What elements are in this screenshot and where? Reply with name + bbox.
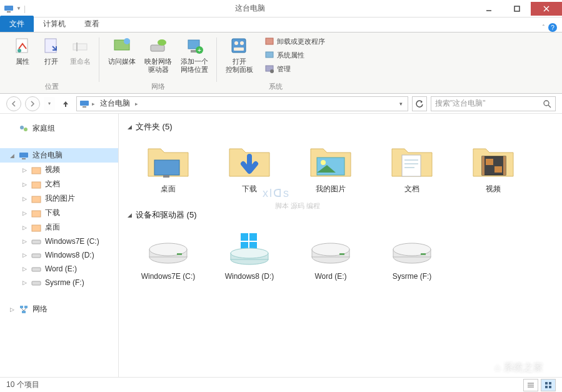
- svg-rect-1: [7, 11, 11, 13]
- svg-rect-43: [32, 281, 41, 285]
- svg-rect-58: [482, 156, 484, 175]
- tree-item-videos[interactable]: ▷视频: [0, 163, 118, 177]
- tree-thispc[interactable]: ◢ 这台电脑: [0, 148, 118, 163]
- svg-rect-40: [32, 240, 41, 244]
- folder-desktop[interactable]: 桌面: [134, 138, 203, 197]
- svg-rect-13: [151, 45, 164, 51]
- details-view-button[interactable]: [523, 379, 538, 391]
- properties-icon: [13, 36, 33, 56]
- caret-down-icon[interactable]: ▼: [14, 6, 24, 11]
- folder-pictures[interactable]: 我的图片: [296, 138, 365, 197]
- tree-network[interactable]: ▷ 网络: [0, 302, 118, 316]
- svg-point-20: [234, 41, 238, 45]
- svg-rect-86: [545, 386, 548, 388]
- breadcrumb[interactable]: 这台电脑: [98, 98, 133, 109]
- up-button[interactable]: [59, 97, 73, 111]
- svg-rect-45: [24, 306, 28, 308]
- svg-rect-42: [32, 268, 41, 271]
- tree-item-documents[interactable]: ▷文档: [0, 177, 118, 191]
- computer-icon: [4, 4, 14, 14]
- tree-item-pictures[interactable]: ▷我的图片: [0, 191, 118, 206]
- svg-rect-24: [266, 52, 273, 58]
- svg-rect-36: [32, 182, 41, 188]
- manage-button[interactable]: 管理: [262, 63, 328, 75]
- drive-c[interactable]: Windows7E (C:): [134, 226, 203, 283]
- rename-icon: [71, 36, 91, 56]
- drive-icon: [146, 228, 191, 268]
- close-button[interactable]: [531, 2, 562, 16]
- recent-dropdown[interactable]: ▾: [44, 97, 55, 111]
- address-dropdown-icon[interactable]: ▾: [397, 101, 405, 107]
- drive-f[interactable]: Sysrme (F:): [378, 226, 446, 283]
- tab-computer[interactable]: 计算机: [34, 16, 75, 32]
- collapse-ribbon-icon[interactable]: ˆ: [543, 24, 544, 31]
- drive-e[interactable]: Word (E:): [296, 226, 365, 283]
- svg-rect-22: [234, 48, 244, 51]
- drive-d[interactable]: Windows8 (D:): [215, 226, 284, 283]
- rename-button[interactable]: 重命名: [68, 35, 93, 67]
- icons-view-button[interactable]: [541, 379, 556, 391]
- drive-icon: [31, 264, 41, 274]
- svg-rect-50: [163, 175, 169, 178]
- tab-view[interactable]: 查看: [75, 16, 109, 32]
- svg-point-26: [270, 69, 274, 73]
- svg-point-21: [240, 41, 244, 45]
- svg-rect-76: [339, 253, 344, 255]
- minimize-button[interactable]: [474, 2, 503, 16]
- svg-rect-23: [266, 38, 273, 44]
- svg-point-72: [231, 248, 268, 258]
- svg-rect-37: [32, 196, 41, 203]
- drives-section-header[interactable]: ◢ 设备和驱动器 (5): [128, 209, 553, 221]
- tree-item-drive-d[interactable]: ▷Windows8 (D:): [0, 248, 118, 262]
- svg-rect-44: [20, 306, 23, 308]
- tree-item-drive-e[interactable]: ▷Word (E:): [0, 262, 118, 276]
- svg-rect-41: [32, 254, 41, 258]
- forward-button[interactable]: [25, 96, 40, 111]
- tree-item-desktop[interactable]: ▷桌面: [0, 220, 118, 234]
- svg-point-12: [124, 38, 130, 44]
- svg-point-32: [24, 128, 28, 131]
- tree-item-drive-c[interactable]: ▷Windows7E (C:): [0, 234, 118, 248]
- svg-rect-80: [421, 253, 426, 255]
- address-bar[interactable]: ▸ 这台电脑 ▸ ▾: [76, 96, 408, 111]
- tree-homegroup[interactable]: 家庭组: [0, 121, 118, 136]
- help-icon[interactable]: ?: [548, 23, 557, 32]
- open-button[interactable]: 打开: [39, 35, 64, 67]
- maximize-button[interactable]: [503, 2, 531, 16]
- svg-rect-53: [402, 155, 421, 176]
- uninstall-button[interactable]: 卸载或更改程序: [262, 35, 328, 48]
- tab-file[interactable]: 文件: [0, 16, 34, 32]
- svg-rect-0: [4, 6, 13, 11]
- add-location-button[interactable]: + 添加一个 网络位置: [178, 35, 211, 75]
- svg-point-7: [18, 49, 21, 53]
- pictures-folder-icon: [308, 140, 353, 180]
- folder-icon: [31, 179, 41, 189]
- svg-point-52: [321, 160, 326, 165]
- folder-documents[interactable]: 文档: [378, 138, 446, 197]
- control-panel-button[interactable]: 打开 控制面板: [223, 35, 256, 75]
- system-properties-button[interactable]: 系统属性: [262, 49, 328, 61]
- uninstall-icon: [264, 36, 274, 46]
- drive-icon: [389, 228, 434, 268]
- folder-videos[interactable]: 视频: [459, 138, 528, 197]
- map-drive-button[interactable]: 映射网络 驱动器: [142, 35, 174, 75]
- properties-button[interactable]: 属性: [10, 35, 35, 67]
- folder-downloads[interactable]: 下载: [215, 138, 284, 197]
- svg-rect-28: [83, 106, 86, 108]
- access-media-button[interactable]: 访问媒体: [106, 35, 138, 67]
- add-location-icon: +: [184, 36, 204, 56]
- tree-item-drive-f[interactable]: ▷Sysrme (F:): [0, 276, 118, 289]
- back-button[interactable]: [6, 96, 21, 111]
- svg-line-48: [24, 308, 26, 311]
- nav-bar: ▾ ▸ 这台电脑 ▸ ▾ 搜索"这台电脑": [0, 94, 562, 114]
- folders-section-header[interactable]: ◢ 文件夹 (5): [128, 121, 553, 133]
- documents-folder-icon: [389, 140, 434, 180]
- drive-icon: [308, 228, 353, 268]
- folder-icon: [31, 208, 41, 218]
- network-icon: [19, 304, 29, 314]
- search-input[interactable]: 搜索"这台电脑": [431, 96, 556, 111]
- tree-item-downloads[interactable]: ▷下载: [0, 206, 118, 220]
- svg-rect-35: [32, 168, 41, 174]
- svg-rect-57: [482, 156, 506, 175]
- refresh-button[interactable]: [412, 96, 427, 111]
